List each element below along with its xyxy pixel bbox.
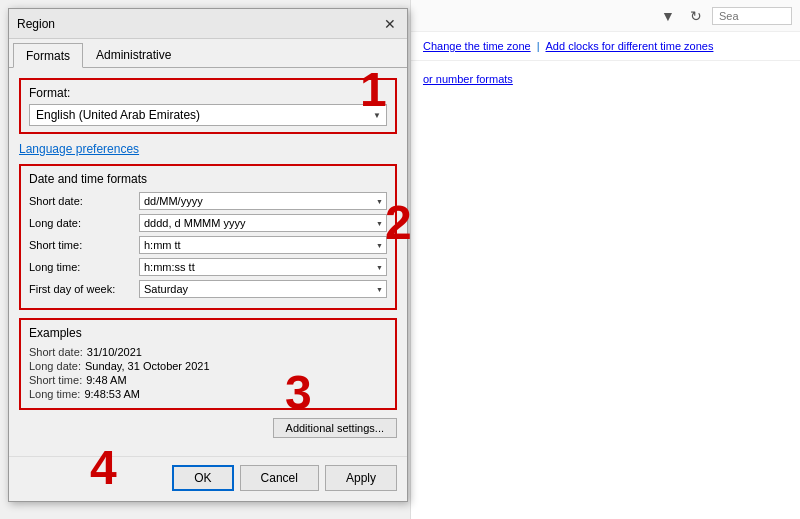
format-select-wrapper: English (United Arab Emirates) (29, 104, 387, 126)
background-panel: ▼ ↻ Change the time zone | Add clocks fo… (410, 0, 800, 519)
toolbar: ▼ ↻ (411, 0, 800, 32)
long-date-select-wrapper: dddd, d MMMM yyyy (139, 214, 387, 232)
tab-administrative[interactable]: Administrative (83, 43, 184, 67)
short-time-row: Short time: h:mm tt (29, 236, 387, 254)
first-day-row: First day of week: Saturday (29, 280, 387, 298)
example-short-time-label: Short time: (29, 374, 82, 386)
long-date-row: Long date: dddd, d MMMM yyyy (29, 214, 387, 232)
first-day-select-wrapper: Saturday (139, 280, 387, 298)
datetime-section: Date and time formats Short date: dd/MM/… (19, 164, 397, 310)
examples-section: Examples Short date: 31/10/2021 Long dat… (19, 318, 397, 410)
close-button[interactable]: ✕ (381, 15, 399, 33)
example-long-date-value: Sunday, 31 October 2021 (85, 360, 210, 372)
cancel-button[interactable]: Cancel (240, 465, 319, 491)
dialog-titlebar: Region ✕ (9, 9, 407, 39)
dropdown-button[interactable]: ▼ (656, 4, 680, 28)
region-dialog: Region ✕ Formats Administrative Format: … (8, 8, 408, 502)
short-time-select[interactable]: h:mm tt (139, 236, 387, 254)
example-short-date: Short date: 31/10/2021 (29, 346, 387, 358)
first-day-select[interactable]: Saturday (139, 280, 387, 298)
short-date-select[interactable]: dd/MM/yyyy (139, 192, 387, 210)
short-date-select-wrapper: dd/MM/yyyy (139, 192, 387, 210)
long-date-select[interactable]: dddd, d MMMM yyyy (139, 214, 387, 232)
breadcrumb-area: Change the time zone | Add clocks for di… (411, 32, 800, 61)
example-long-date-label: Long date: (29, 360, 81, 372)
breadcrumb-add-clocks[interactable]: Add clocks for different time zones (546, 40, 714, 52)
long-date-label: Long date: (29, 217, 139, 229)
search-input[interactable] (712, 7, 792, 25)
language-preferences-link[interactable]: Language preferences (19, 142, 139, 156)
additional-settings-button[interactable]: Additional settings... (273, 418, 397, 438)
long-time-row: Long time: h:mm:ss tt (29, 258, 387, 276)
short-time-select-wrapper: h:mm tt (139, 236, 387, 254)
short-date-row: Short date: dd/MM/yyyy (29, 192, 387, 210)
additional-settings-row: Additional settings... (19, 418, 397, 438)
examples-title: Examples (29, 326, 387, 340)
breadcrumb-timezone[interactable]: Change the time zone (423, 40, 531, 52)
apply-button[interactable]: Apply (325, 465, 397, 491)
short-time-label: Short time: (29, 239, 139, 251)
content-number-formats-link[interactable]: or number formats (423, 73, 513, 85)
example-short-time-value: 9:48 AM (86, 374, 126, 386)
ok-button[interactable]: OK (172, 465, 233, 491)
dialog-tabs: Formats Administrative (9, 39, 407, 68)
long-time-select[interactable]: h:mm:ss tt (139, 258, 387, 276)
content-link-area: or number formats (411, 61, 800, 97)
example-long-time-label: Long time: (29, 388, 80, 400)
long-time-label: Long time: (29, 261, 139, 273)
example-long-date: Long date: Sunday, 31 October 2021 (29, 360, 387, 372)
example-long-time: Long time: 9:48:53 AM (29, 388, 387, 400)
format-section: Format: English (United Arab Emirates) (19, 78, 397, 134)
example-short-date-value: 31/10/2021 (87, 346, 142, 358)
example-short-time: Short time: 9:48 AM (29, 374, 387, 386)
long-time-select-wrapper: h:mm:ss tt (139, 258, 387, 276)
format-label: Format: (29, 86, 387, 100)
short-date-label: Short date: (29, 195, 139, 207)
format-select[interactable]: English (United Arab Emirates) (29, 104, 387, 126)
tab-formats[interactable]: Formats (13, 43, 83, 68)
refresh-button[interactable]: ↻ (684, 4, 708, 28)
dialog-title: Region (17, 17, 55, 31)
first-day-label: First day of week: (29, 283, 139, 295)
breadcrumb-separator: | (537, 40, 540, 52)
datetime-section-title: Date and time formats (29, 172, 387, 186)
dialog-footer: OK Cancel Apply (9, 456, 407, 501)
dialog-body: Format: English (United Arab Emirates) L… (9, 68, 407, 456)
example-long-time-value: 9:48:53 AM (84, 388, 140, 400)
example-short-date-label: Short date: (29, 346, 83, 358)
